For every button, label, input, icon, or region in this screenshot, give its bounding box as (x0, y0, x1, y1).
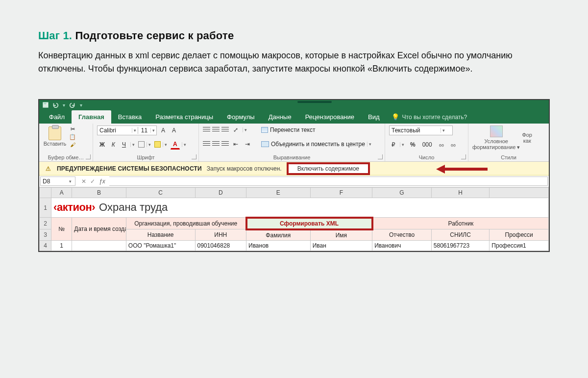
font-color-icon[interactable]: A (171, 140, 180, 150)
worksheet[interactable]: A B C D E F G H 1 ‹актион› (39, 187, 549, 251)
col-D[interactable]: D (195, 188, 246, 198)
tab-home[interactable]: Главная (72, 110, 111, 124)
alignment-dialog-launcher[interactable] (378, 154, 383, 159)
callout-arrow-icon (436, 164, 490, 176)
merge-center-label[interactable]: Объединить и поместить в центре (271, 141, 365, 148)
increase-decimal-icon[interactable]: ₀₀ (437, 140, 446, 149)
col-F[interactable]: F (310, 188, 372, 198)
format-as-table-button[interactable]: Форкак (522, 132, 532, 144)
number-format-dd-icon: ▾ (441, 128, 446, 133)
fmtas-l1: Фор (522, 132, 532, 138)
col-E[interactable]: E (246, 188, 311, 198)
currency-dd[interactable]: ▾ (400, 142, 406, 147)
decrease-indent-icon[interactable]: ⇤ (231, 140, 241, 149)
wrap-text-label[interactable]: Перенести текст (270, 126, 315, 133)
col-B[interactable]: B (72, 188, 126, 198)
fill-color-icon[interactable] (154, 141, 161, 148)
decrease-font-icon[interactable]: A (170, 126, 178, 135)
increase-indent-icon[interactable]: ⇥ (243, 140, 252, 149)
tab-insert[interactable]: Вставка (111, 110, 148, 124)
save-icon[interactable] (42, 101, 49, 108)
col-A[interactable]: A (51, 188, 72, 198)
decrease-decimal-icon[interactable]: ₀₀ (448, 140, 458, 149)
formula-input[interactable] (109, 176, 548, 186)
confirm-formula-icon[interactable]: ✓ (90, 178, 95, 185)
font-name-combo[interactable]: Calibri ▾ 11 ▾ (97, 126, 157, 135)
paste-button[interactable]: Вставить (43, 126, 67, 147)
currency-icon[interactable]: ₽ (389, 140, 398, 149)
col-overflow[interactable] (490, 188, 549, 198)
comma-style-icon[interactable]: 000 (420, 140, 435, 149)
cell-profession[interactable]: Профессия1 (490, 240, 549, 251)
cell-no[interactable]: 1 (51, 240, 72, 251)
merge-dd[interactable]: ▾ (367, 142, 373, 147)
font-name-value: Calibri (98, 127, 132, 134)
fontcolor-dd[interactable]: ▾ (182, 142, 188, 147)
select-all-corner[interactable] (40, 188, 51, 198)
horizontal-align-icons[interactable] (203, 141, 229, 147)
orientation-icon[interactable]: ⤢ (231, 126, 241, 134)
cell-surname[interactable]: Иванов (246, 240, 311, 251)
borders-dd[interactable]: ▾ (147, 142, 152, 147)
fx-icon[interactable]: ƒx (99, 178, 105, 185)
qat-caret[interactable]: ▾ (80, 102, 82, 108)
row-4[interactable]: 4 1 ООО "Ромашка1" 0901046828 Иванов Ива… (40, 240, 549, 251)
font-dialog-launcher[interactable] (192, 154, 196, 159)
cell-org[interactable]: ООО "Ромашка1" (126, 240, 195, 251)
vertical-align-icons[interactable] (203, 127, 229, 133)
tab-pagelayout[interactable]: Разметка страницы (148, 110, 220, 124)
column-headers[interactable]: A B C D E F G H (40, 188, 549, 198)
hdr-snils: СНИЛС (431, 229, 490, 241)
clipboard-group-label: Буфер обме… (43, 153, 89, 160)
col-H[interactable]: H (431, 188, 490, 198)
step-body: Конвертацию данных в xml сервис делает с… (38, 49, 550, 76)
cancel-formula-icon[interactable]: ✕ (81, 178, 86, 185)
orientation-dd[interactable]: ▾ (243, 127, 248, 132)
row-2[interactable]: 2 № Дата и время создания xml Организаци… (40, 218, 549, 229)
cell-patronymic[interactable]: Иванович (372, 240, 432, 251)
tab-review[interactable]: Рецензирование (298, 110, 361, 124)
name-box[interactable]: D8 ▾ (40, 176, 75, 186)
rowhead-2[interactable]: 2 (40, 218, 51, 229)
enable-content-button[interactable]: Включить содержимое (287, 162, 370, 175)
clipboard-icon (49, 126, 61, 140)
cell-inn[interactable]: 0901046828 (195, 240, 246, 251)
conditional-formatting-button[interactable]: Условноеформатирование ▾ (472, 126, 520, 150)
format-painter-icon[interactable]: 🖌 (69, 141, 76, 148)
underline-dropdown-icon[interactable]: ▾ (130, 142, 136, 147)
quick-access-toolbar: ▾ ▾ (42, 101, 83, 108)
cell-snils[interactable]: 58061967723 (431, 240, 490, 251)
borders-icon[interactable] (138, 141, 145, 148)
clipboard-dialog-launcher[interactable] (86, 154, 91, 159)
number-format-combo[interactable]: Текстовый ▾ (389, 126, 453, 135)
rowhead-1[interactable]: 1 (40, 198, 51, 218)
step-heading: Шаг 1. Подготовьте сервис к работе (38, 29, 550, 42)
col-C[interactable]: C (126, 188, 195, 198)
tab-data[interactable]: Данные (262, 110, 298, 124)
percent-icon[interactable]: % (408, 140, 418, 149)
tab-view[interactable]: Вид (361, 110, 387, 124)
bold-button[interactable]: Ж (97, 140, 107, 149)
rowhead-3[interactable]: 3 (40, 229, 51, 241)
tab-file[interactable]: Файл (42, 110, 72, 124)
hdr-name: Название (126, 229, 195, 241)
italic-button[interactable]: К (109, 140, 118, 149)
col-G[interactable]: G (372, 188, 432, 198)
row-1[interactable]: 1 ‹актион› Охрана труда (40, 198, 549, 218)
increase-font-icon[interactable]: A (159, 126, 168, 135)
cell-firstname[interactable]: Иван (310, 240, 372, 251)
number-dialog-launcher[interactable] (461, 154, 466, 159)
cell-datetime[interactable] (72, 240, 126, 251)
cut-icon[interactable]: ✂ (69, 126, 76, 132)
copy-icon[interactable]: 📋 (69, 133, 76, 140)
underline-button[interactable]: Ч (120, 140, 128, 149)
font-group-label: Шрифт (97, 153, 195, 160)
generate-xml-button[interactable]: Сформировать XML (246, 218, 372, 229)
rowhead-4[interactable]: 4 (40, 240, 51, 251)
redo-icon[interactable] (69, 101, 76, 108)
undo-icon[interactable] (52, 101, 59, 108)
tab-formulas[interactable]: Формулы (220, 110, 262, 124)
fill-dd[interactable]: ▾ (163, 142, 169, 147)
lightbulb-icon: 💡 (392, 113, 399, 121)
tell-me-box[interactable]: 💡 Что вы хотите сделать? (387, 110, 472, 124)
